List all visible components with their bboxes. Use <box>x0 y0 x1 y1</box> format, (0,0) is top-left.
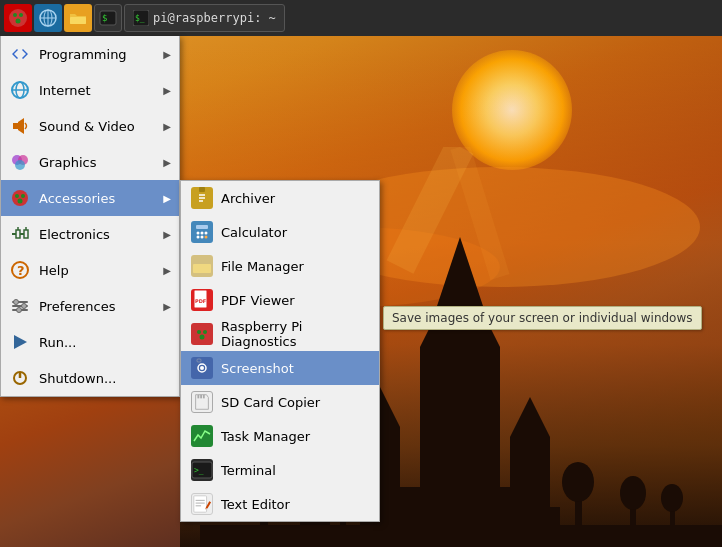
svg-rect-92 <box>203 395 205 399</box>
svg-point-22 <box>13 13 17 17</box>
sound-arrow: ▶ <box>163 121 171 132</box>
run-icon <box>9 331 31 353</box>
menu-item-electronics[interactable]: Electronics ▶ <box>1 216 179 252</box>
tooltip-text: Save images of your screen or individual… <box>392 311 693 325</box>
svg-point-24 <box>16 19 21 24</box>
svg-rect-18 <box>200 525 722 547</box>
svg-point-17 <box>661 484 683 512</box>
submenu-sd-copier[interactable]: SD Card Copier <box>181 385 379 419</box>
svg-marker-62 <box>14 335 27 349</box>
svg-point-61 <box>17 308 22 313</box>
submenu-screenshot[interactable]: Screenshot <box>181 351 379 385</box>
terminal-title: pi@raspberrypi: ~ <box>153 11 276 25</box>
submenu-task-manager[interactable]: Task Manager <box>181 419 379 453</box>
internet-label: Internet <box>39 83 155 98</box>
pdf-viewer-icon: PDF <box>191 289 213 311</box>
svg-point-23 <box>19 13 23 17</box>
svg-point-13 <box>562 462 594 502</box>
svg-text:?: ? <box>17 263 25 278</box>
terminal-window-button[interactable]: $_ pi@raspberrypi: ~ <box>124 4 285 32</box>
menu-item-accessories[interactable]: Accessories ▶ <box>1 180 179 216</box>
menu-item-help[interactable]: ? Help ▶ <box>1 252 179 288</box>
accessories-label: Accessories <box>39 191 155 206</box>
menu-item-preferences[interactable]: Preferences ▶ <box>1 288 179 324</box>
archiver-icon <box>191 187 213 209</box>
menu-item-programming[interactable]: Programming ▶ <box>1 36 179 72</box>
svg-point-45 <box>15 194 19 198</box>
svg-rect-39 <box>13 123 18 129</box>
screenshot-label: Screenshot <box>221 361 294 376</box>
menu-item-shutdown[interactable]: Shutdown... <box>1 360 179 396</box>
submenu-archiver[interactable]: Archiver <box>181 181 379 215</box>
svg-marker-35 <box>22 49 28 59</box>
svg-point-44 <box>12 190 28 206</box>
menu-item-sound[interactable]: Sound & Video ▶ <box>1 108 179 144</box>
start-menu-button[interactable] <box>4 4 32 32</box>
file-manager-button[interactable] <box>64 4 92 32</box>
task-manager-label: Task Manager <box>221 429 310 444</box>
terminal-sub-icon: >_ <box>191 459 213 481</box>
electronics-arrow: ▶ <box>163 229 171 240</box>
svg-rect-66 <box>199 187 205 192</box>
svg-marker-34 <box>12 49 18 59</box>
svg-text:PDF: PDF <box>195 298 206 304</box>
svg-point-75 <box>197 236 200 239</box>
svg-point-72 <box>197 232 200 235</box>
svg-point-46 <box>21 194 25 198</box>
svg-point-43 <box>15 160 25 170</box>
submenu-pdf-viewer[interactable]: PDF PDF Viewer <box>181 283 379 317</box>
svg-point-83 <box>197 330 201 334</box>
run-label: Run... <box>39 335 171 350</box>
shutdown-icon <box>9 367 31 389</box>
submenu-calculator[interactable]: Calculator <box>181 215 379 249</box>
menu-item-internet[interactable]: Internet ▶ <box>1 72 179 108</box>
svg-rect-89 <box>197 359 201 362</box>
raspi-diag-icon <box>191 323 213 345</box>
electronics-icon <box>9 223 31 245</box>
preferences-icon <box>9 295 31 317</box>
electronics-label: Electronics <box>39 227 155 242</box>
screenshot-icon <box>191 357 213 379</box>
terminal-icon-button[interactable]: $ <box>94 4 122 32</box>
calculator-label: Calculator <box>221 225 287 240</box>
accessories-icon <box>9 187 31 209</box>
programming-icon <box>9 43 31 65</box>
help-label: Help <box>39 263 155 278</box>
menu-item-run[interactable]: Run... <box>1 324 179 360</box>
svg-rect-29 <box>70 17 86 24</box>
svg-rect-96 <box>194 496 207 512</box>
graphics-arrow: ▶ <box>163 157 171 168</box>
submenu-file-manager[interactable]: File Manager <box>181 249 379 283</box>
preferences-arrow: ▶ <box>163 301 171 312</box>
submenu-terminal[interactable]: >_ Terminal <box>181 453 379 487</box>
tooltip: Save images of your screen or individual… <box>383 306 702 330</box>
browser-button[interactable] <box>34 4 62 32</box>
svg-point-47 <box>18 199 23 204</box>
svg-point-73 <box>201 232 204 235</box>
menu-item-graphics[interactable]: Graphics ▶ <box>1 144 179 180</box>
svg-rect-78 <box>193 264 211 273</box>
svg-rect-90 <box>197 395 199 399</box>
main-menu: Programming ▶ Internet ▶ Sound & Video ▶ <box>0 36 180 397</box>
svg-point-76 <box>201 236 204 239</box>
text-editor-label: Text Editor <box>221 497 290 512</box>
task-manager-icon <box>191 425 213 447</box>
svg-point-59 <box>14 300 19 305</box>
svg-point-77 <box>205 236 208 239</box>
svg-marker-80 <box>207 290 210 293</box>
help-icon: ? <box>9 259 31 281</box>
accessories-arrow: ▶ <box>163 193 171 204</box>
svg-point-15 <box>620 476 646 510</box>
sd-copier-icon <box>191 391 213 413</box>
svg-rect-91 <box>200 395 202 399</box>
pdf-viewer-label: PDF Viewer <box>221 293 295 308</box>
submenu-raspi-diag[interactable]: Raspberry Pi Diagnostics <box>181 317 379 351</box>
internet-icon <box>9 79 31 101</box>
svg-point-88 <box>200 366 204 370</box>
svg-point-21 <box>9 9 27 27</box>
submenu-text-editor[interactable]: Text Editor <box>181 487 379 521</box>
calculator-icon <box>191 221 213 243</box>
text-editor-icon <box>191 493 213 515</box>
svg-rect-51 <box>24 230 28 238</box>
svg-rect-71 <box>196 225 208 229</box>
